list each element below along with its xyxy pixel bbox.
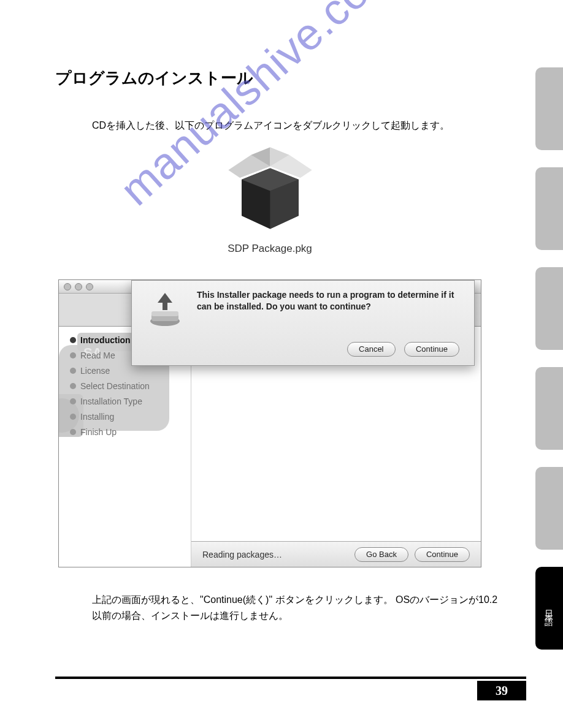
sheet-continue-button[interactable]: Continue [404,342,459,357]
section-heading: プログラムのインストール [55,67,563,89]
side-tab [535,367,563,450]
installer-window: This Installer package needs to run a pr… [58,279,481,567]
side-tab [535,267,563,350]
svg-marker-11 [158,293,172,310]
intro-paragraph: CDを挿入した後、以下のプログラムアイコンをダブルクリックして起動します。 [92,119,563,132]
sheet-cancel-button[interactable]: Cancel [347,342,395,357]
package-figure: SDP Package.pkg [55,142,484,255]
status-text: Reading packages… [202,550,282,559]
svg-rect-10 [151,311,178,316]
side-tab [535,67,563,150]
step-license: License [70,366,191,376]
package-icon [223,142,318,237]
side-tab [535,467,563,550]
continue-button[interactable]: Continue [415,547,470,562]
side-tab-active: 日本語 [535,567,563,650]
step-installing: Installing [70,412,191,422]
installer-status-bar: Reading packages… Go Back Continue [191,541,481,567]
after-paragraph: 上記の画面が現れると、"Continue(続く)" ボタンをクリックします。 O… [92,592,503,623]
step-installation-type: Installation Type [70,396,191,406]
confirm-sheet: This Installer package needs to run a pr… [131,280,475,366]
zoom-icon[interactable] [86,283,93,290]
footer-rule [55,677,526,679]
sheet-message: This Installer package needs to run a pr… [197,289,462,328]
manual-page: プログラムのインストール CDを挿入した後、以下のプログラムアイコンをダブルクリ… [0,0,563,728]
step-finish-up: Finish Up [70,427,191,437]
go-back-button[interactable]: Go Back [354,547,408,562]
minimize-icon[interactable] [75,283,82,290]
side-tabs: 日本語 [535,67,563,650]
side-tab [535,167,563,250]
step-select-destination: Select Destination [70,381,191,391]
close-icon[interactable] [64,283,71,290]
package-label: SDP Package.pkg [55,243,484,255]
install-drive-icon [145,289,185,328]
page-number: 39 [477,681,526,700]
